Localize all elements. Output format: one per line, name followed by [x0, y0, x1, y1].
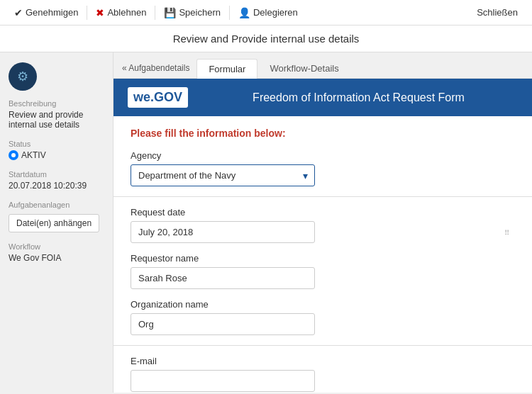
form-card: we.GOV Freedom of Information Act Reques…: [113, 79, 532, 393]
startdate-section: Startdatum 20.07.2018 10:20:39: [9, 170, 104, 191]
agency-group: Agency Department of the NavyDepartment …: [131, 150, 515, 186]
save-button[interactable]: 💾 Speichern: [157, 0, 228, 25]
agency-label: Agency: [131, 150, 515, 161]
attachments-label: Aufgabenanlagen: [9, 201, 104, 209]
email-input[interactable]: [131, 370, 315, 392]
reject-button[interactable]: ✖ Ablehnen: [89, 0, 153, 25]
page-title-bar: Review and Provide internal use details: [0, 26, 532, 52]
status-section: Status AKTIV: [9, 140, 104, 160]
requestor-name-label: Requestor name: [131, 253, 515, 264]
org-name-group: Organization name: [131, 299, 515, 335]
form-body: Please fill the information below: Agenc…: [113, 116, 532, 393]
startdate-label: Startdatum: [9, 170, 104, 179]
toolbar: ✔ Genehmigen ✖ Ablehnen 💾 Speichern 👤 De…: [0, 0, 532, 26]
description-section: Beschreibung Review and provide internal…: [9, 99, 104, 130]
status-indicator: [9, 150, 18, 160]
divider3: [229, 6, 230, 20]
delegate-icon: 👤: [238, 7, 250, 18]
description-value: Review and provide internal use details: [9, 110, 104, 130]
workflow-section: Workflow We Gov FOIA: [9, 242, 104, 263]
back-link[interactable]: « Aufgabendetails: [122, 63, 189, 73]
email-label: E-mail: [131, 356, 515, 366]
status-value: AKTIV: [9, 150, 104, 160]
approve-icon: ✔: [14, 7, 23, 18]
org-name-input[interactable]: [131, 313, 315, 335]
gov-text: GOV: [154, 90, 182, 105]
tab-formular[interactable]: Formular: [196, 59, 257, 79]
approve-button[interactable]: ✔ Genehmigen: [7, 0, 85, 25]
workflow-label: Workflow: [9, 242, 104, 251]
reject-icon: ✖: [96, 7, 104, 18]
content-area: « Aufgabendetails Formular Workflow-Deta…: [113, 52, 532, 393]
wegov-logo: we.GOV: [128, 87, 188, 108]
close-button[interactable]: Schließen: [470, 7, 525, 18]
save-icon: 💾: [164, 7, 176, 18]
date-wrapper: ⠿: [131, 221, 515, 243]
page-title: Review and Provide internal use details: [173, 33, 360, 45]
divider2: [155, 6, 155, 20]
status-label: Status: [9, 140, 104, 148]
requestor-name-input[interactable]: [131, 267, 315, 289]
calendar-icon: ⠿: [504, 228, 509, 236]
workflow-value: We Gov FOIA: [9, 253, 104, 263]
attachments-section: Aufgabenanlagen Datei(en) anhängen: [9, 201, 104, 232]
startdate-value: 20.07.2018 10:20:39: [9, 181, 104, 191]
user-gear-icon: ⚙: [17, 69, 28, 84]
tab-strip: « Aufgabendetails Formular Workflow-Deta…: [113, 52, 532, 79]
tab-workflow-details[interactable]: Workflow-Details: [257, 58, 350, 78]
agency-select[interactable]: Department of the NavyDepartment of Defe…: [131, 164, 315, 186]
request-date-input[interactable]: [131, 221, 315, 243]
form-title: Freedom of Information Act Request Form: [199, 91, 518, 104]
main-layout: ⚙ Beschreibung Review and provide intern…: [0, 52, 532, 393]
divider1: [87, 6, 87, 20]
form-subtitle: Please fill the information below:: [131, 128, 515, 139]
form-header: we.GOV Freedom of Information Act Reques…: [113, 79, 532, 116]
agency-select-wrapper: Department of the NavyDepartment of Defe…: [131, 164, 315, 186]
divider-org: [113, 345, 532, 346]
description-label: Beschreibung: [9, 99, 104, 108]
org-name-label: Organization name: [131, 299, 515, 310]
request-date-group: Request date ⠿: [131, 207, 515, 243]
requestor-name-group: Requestor name: [131, 253, 515, 289]
email-group: E-mail: [131, 356, 515, 392]
divider-agency: [113, 196, 532, 197]
sidebar: ⚙ Beschreibung Review and provide intern…: [0, 52, 113, 393]
attach-files-button[interactable]: Datei(en) anhängen: [9, 214, 99, 232]
delegate-button[interactable]: 👤 Delegieren: [231, 0, 305, 25]
avatar: ⚙: [9, 62, 37, 91]
request-date-label: Request date: [131, 207, 515, 218]
